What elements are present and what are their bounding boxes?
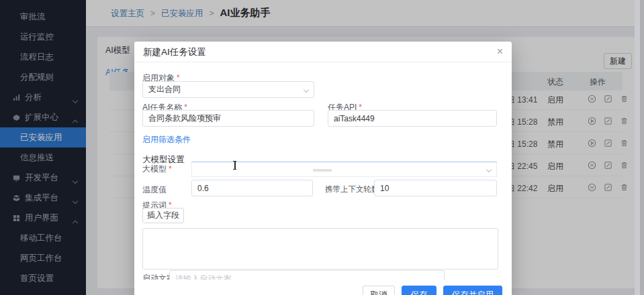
task-api-input[interactable] bbox=[328, 110, 497, 127]
required-mark: * bbox=[169, 164, 172, 174]
modal-header: 新建AI任务设置 × bbox=[134, 42, 512, 62]
enable-target-select[interactable]: 支出合同 bbox=[142, 81, 314, 98]
window-edge bbox=[640, 0, 644, 295]
model-select[interactable] bbox=[191, 162, 497, 177]
close-icon[interactable]: × bbox=[497, 45, 503, 58]
insert-field-button[interactable]: 插入字段 bbox=[142, 208, 184, 223]
scrollbar-track[interactable] bbox=[635, 0, 640, 295]
context-rounds-input[interactable] bbox=[374, 180, 497, 196]
chevron-down-icon bbox=[304, 82, 308, 95]
app-window: 审批流运行监控流程日志分配规则分析扩展中心已安装应用信息推送开发平台集成平台用户… bbox=[0, 0, 644, 295]
task-name-input[interactable] bbox=[142, 110, 314, 127]
chevron-down-icon bbox=[487, 162, 491, 174]
cancel-button[interactable]: 取消 bbox=[363, 286, 395, 295]
model-select-faint-text bbox=[313, 169, 332, 172]
enable-filter-link[interactable]: 启用筛选条件 bbox=[142, 134, 191, 145]
save-and-enable-button[interactable]: 保存并启用 bbox=[443, 286, 502, 295]
new-ai-task-modal: 新建AI任务设置 × 启用对象* 支出合同 AI任务名称* 任务API* 启用筛… bbox=[134, 42, 512, 295]
model-label: 大模型* bbox=[142, 164, 172, 175]
prompt-textarea[interactable] bbox=[142, 228, 498, 270]
enable-target-value: 支出合同 bbox=[148, 84, 304, 95]
temperature-input[interactable] bbox=[191, 180, 313, 196]
save-button[interactable]: 保存 bbox=[402, 286, 436, 295]
modal-footer: 取消 保存 保存并启用 bbox=[134, 280, 512, 295]
temperature-label: 温度值 bbox=[142, 184, 167, 196]
modal-title: 新建AI任务设置 bbox=[134, 42, 512, 62]
text-cursor bbox=[232, 161, 237, 170]
